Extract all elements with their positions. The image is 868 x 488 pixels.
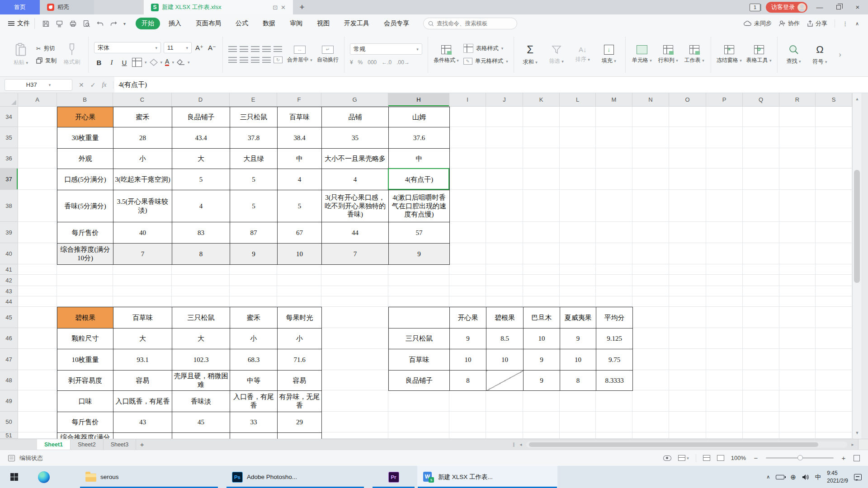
column-header-S[interactable]: S bbox=[816, 93, 852, 107]
cell-E39[interactable]: 87 bbox=[230, 222, 278, 244]
cell-I40[interactable] bbox=[449, 243, 486, 264]
tab-document[interactable]: S 新建 XLSX 工作表.xlsx ⊡ ✕ bbox=[144, 0, 293, 14]
cell-D51[interactable] bbox=[172, 433, 230, 439]
cell-G41[interactable] bbox=[321, 264, 388, 275]
cell-S45[interactable] bbox=[816, 307, 852, 328]
number-format-select[interactable]: 常规▾ bbox=[350, 43, 422, 55]
cell-K35[interactable] bbox=[523, 127, 560, 148]
cell-B36[interactable]: 外观 bbox=[57, 149, 113, 169]
cell-C37[interactable]: 3(吃起来干瘪空洞) bbox=[113, 169, 172, 190]
save-icon[interactable] bbox=[42, 20, 50, 28]
scroll-down-icon[interactable]: ▼ bbox=[853, 427, 862, 439]
cell-H47[interactable]: 百草味 bbox=[389, 349, 450, 371]
cell-F47[interactable]: 71.6 bbox=[278, 349, 322, 371]
cell-H50[interactable] bbox=[388, 412, 449, 432]
cell-N34[interactable] bbox=[632, 107, 669, 127]
cell-K34[interactable] bbox=[523, 107, 560, 127]
ime-indicator[interactable]: 中 bbox=[815, 473, 821, 481]
decrease-font-icon[interactable]: A⁻ bbox=[207, 44, 217, 52]
column-header-K[interactable]: K bbox=[523, 93, 560, 107]
cell-R51[interactable] bbox=[779, 432, 816, 439]
cell-D43[interactable] bbox=[172, 286, 230, 296]
row-header-47[interactable]: 47 bbox=[0, 349, 18, 370]
cell-N36[interactable] bbox=[632, 148, 669, 169]
cell-Q48[interactable] bbox=[743, 370, 779, 390]
cell-L44[interactable] bbox=[560, 296, 596, 307]
cell-K48[interactable]: 9 bbox=[524, 371, 560, 391]
cell-K41[interactable] bbox=[523, 264, 560, 275]
cell-D48[interactable]: 壳厚且硬，稍微困难 bbox=[172, 371, 230, 391]
font-size-select[interactable]: 11▾ bbox=[164, 42, 192, 53]
cell-E50[interactable]: 33 bbox=[230, 412, 278, 433]
print-preview-icon[interactable] bbox=[83, 20, 90, 28]
cell-J38[interactable] bbox=[486, 190, 523, 222]
cell-K37[interactable] bbox=[523, 169, 560, 190]
cell-L43[interactable] bbox=[560, 286, 596, 296]
cell-J36[interactable] bbox=[486, 148, 523, 169]
shading-button[interactable]: ▾ bbox=[150, 59, 163, 66]
cell-H34[interactable]: 山姆 bbox=[389, 107, 450, 127]
cell-J35[interactable] bbox=[486, 127, 523, 148]
more-options-icon[interactable]: ⋮ bbox=[842, 20, 848, 27]
cell-D45[interactable]: 三只松鼠 bbox=[172, 307, 230, 328]
cell-F39[interactable]: 67 bbox=[278, 222, 322, 244]
cell-G47[interactable] bbox=[321, 349, 388, 370]
cell-E45[interactable]: 蜜禾 bbox=[230, 307, 278, 328]
cell-A36[interactable] bbox=[18, 148, 57, 169]
cell-L46[interactable]: 9 bbox=[560, 328, 596, 349]
battery-icon[interactable] bbox=[776, 475, 784, 479]
cell-M50[interactable] bbox=[596, 412, 632, 432]
taskbar-wps-button[interactable]: Ws 新建 XLSX 工作表... bbox=[417, 466, 557, 488]
cell-O40[interactable] bbox=[669, 243, 706, 264]
cell-J46[interactable]: 8.5 bbox=[486, 328, 524, 349]
splitter-grip-icon[interactable]: ∥ bbox=[513, 442, 515, 447]
cell-E51[interactable] bbox=[230, 433, 278, 439]
cell-P46[interactable] bbox=[706, 328, 743, 349]
cell-L42[interactable] bbox=[560, 275, 596, 286]
column-header-D[interactable]: D bbox=[172, 93, 230, 107]
taskbar-folder-button[interactable]: serous bbox=[80, 466, 218, 488]
cell-Q36[interactable] bbox=[743, 148, 779, 169]
row-header-38[interactable]: 38 bbox=[0, 190, 18, 222]
sum-button[interactable]: Σ 求和 ▾ bbox=[519, 43, 541, 66]
percent-icon[interactable]: % bbox=[358, 59, 363, 66]
cell-A46[interactable] bbox=[18, 328, 57, 349]
cell-M47[interactable]: 9.75 bbox=[596, 349, 633, 371]
cell-S37[interactable] bbox=[816, 169, 852, 190]
minimize-button[interactable]: — bbox=[813, 0, 826, 14]
cells-button[interactable]: 单元格 ▾ bbox=[631, 45, 653, 64]
row-header-45[interactable]: 45 bbox=[0, 307, 18, 328]
column-header-L[interactable]: L bbox=[560, 93, 596, 107]
cell-G46[interactable] bbox=[321, 328, 388, 349]
cell-R36[interactable] bbox=[779, 148, 816, 169]
column-header-H[interactable]: H bbox=[388, 93, 449, 107]
cell-I47[interactable]: 10 bbox=[450, 349, 486, 371]
start-button[interactable] bbox=[0, 466, 28, 488]
cell-Q50[interactable] bbox=[743, 412, 779, 432]
add-sheet-button[interactable]: + bbox=[136, 439, 148, 450]
cell-B34[interactable]: 开心果 bbox=[57, 107, 113, 127]
cell-H38[interactable]: 4(漱口后咀嚼时香气在口腔出现的速度有点慢) bbox=[389, 190, 450, 222]
cell-I39[interactable] bbox=[449, 222, 486, 243]
cell-P49[interactable] bbox=[706, 390, 743, 412]
cell-G38[interactable]: 3(只有开心果口感，吃不到开心果独特的香味) bbox=[322, 190, 389, 222]
cell-C42[interactable] bbox=[113, 275, 172, 286]
cell-B40[interactable]: 综合推荐度(满分10分) bbox=[57, 244, 113, 265]
cell-G45[interactable] bbox=[321, 307, 388, 328]
cell-S47[interactable] bbox=[816, 349, 852, 370]
cell-I49[interactable] bbox=[449, 390, 486, 412]
cell-F43[interactable] bbox=[277, 286, 321, 296]
cell-M35[interactable] bbox=[596, 127, 632, 148]
cell-R45[interactable] bbox=[779, 307, 816, 328]
cell-D50[interactable]: 45 bbox=[172, 412, 230, 433]
cell-I44[interactable] bbox=[449, 296, 486, 307]
cell-O50[interactable] bbox=[669, 412, 706, 432]
cancel-entry-icon[interactable]: ✕ bbox=[79, 81, 84, 89]
column-header-I[interactable]: I bbox=[449, 93, 486, 107]
cell-J48[interactable] bbox=[486, 371, 524, 391]
cell-N51[interactable] bbox=[632, 432, 669, 439]
cell-N35[interactable] bbox=[632, 127, 669, 148]
cell-G40[interactable]: 7 bbox=[322, 244, 389, 265]
cell-F34[interactable]: 百草味 bbox=[278, 107, 322, 127]
cell-S36[interactable] bbox=[816, 148, 852, 169]
